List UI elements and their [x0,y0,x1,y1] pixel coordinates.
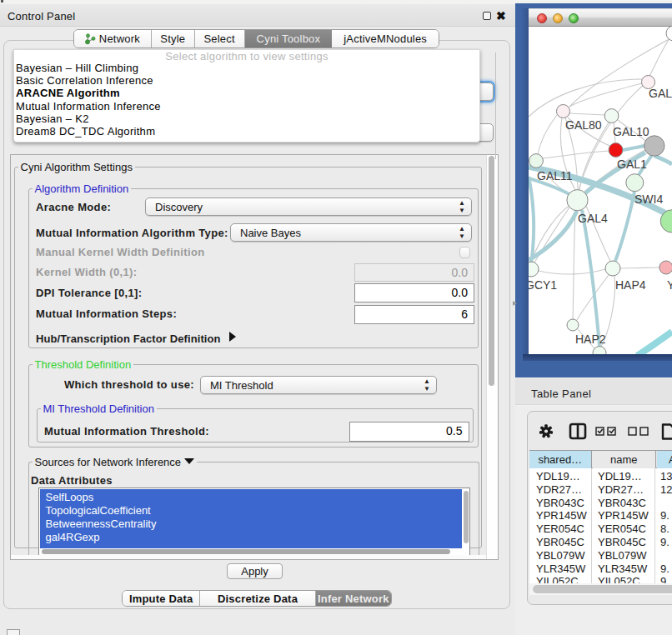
svg-text:GCY1: GCY1 [529,278,557,292]
svg-text:GAL1: GAL1 [617,158,647,171]
svg-text:GAL80: GAL80 [565,118,602,132]
svg-text:GAL2: GAL2 [649,87,672,100]
svg-text:GAL11: GAL11 [537,169,573,182]
svg-text:Y: Y [667,278,672,292]
svg-text:HAP2: HAP2 [575,332,606,346]
svg-text:HAP4: HAP4 [615,278,646,292]
svg-text:SWI4: SWI4 [634,192,663,206]
svg-text:GAL4: GAL4 [578,212,608,225]
svg-text:GAL10: GAL10 [613,125,649,138]
